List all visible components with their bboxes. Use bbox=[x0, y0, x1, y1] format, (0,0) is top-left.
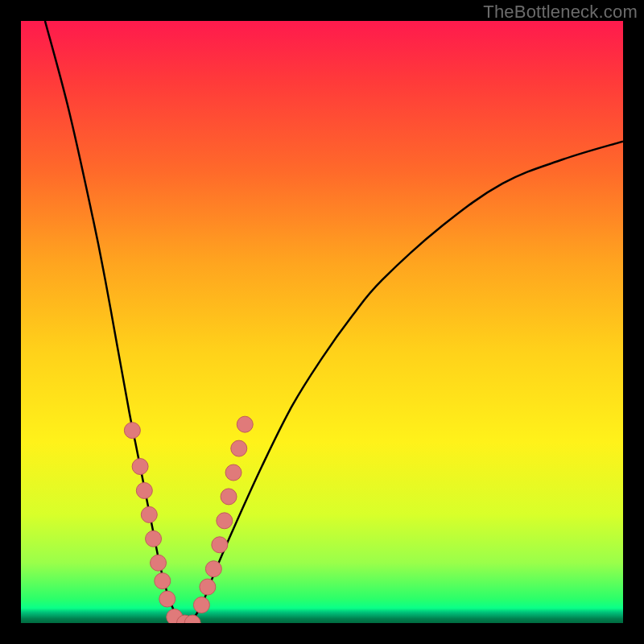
highlight-dot bbox=[212, 537, 228, 553]
highlight-dot bbox=[155, 573, 171, 589]
highlight-dot bbox=[193, 597, 209, 613]
bottleneck-curve bbox=[45, 21, 623, 623]
highlight-dot bbox=[146, 530, 162, 547]
highlight-dot bbox=[221, 489, 237, 505]
highlight-dot bbox=[159, 591, 175, 607]
highlight-dot bbox=[205, 561, 221, 577]
chart-canvas: TheBottleneck.com bbox=[0, 0, 644, 644]
highlight-dot bbox=[200, 579, 216, 595]
highlight-dot bbox=[141, 506, 157, 522]
highlight-dots bbox=[124, 416, 253, 623]
highlight-dot bbox=[217, 513, 233, 529]
curve-svg bbox=[21, 21, 623, 623]
highlight-dot bbox=[132, 459, 148, 475]
plot-area bbox=[21, 21, 623, 623]
highlight-dot bbox=[124, 423, 140, 439]
watermark-text: TheBottleneck.com bbox=[483, 2, 638, 23]
highlight-dot bbox=[237, 416, 253, 432]
highlight-dot bbox=[136, 482, 152, 498]
highlight-dot bbox=[225, 464, 242, 481]
highlight-dot bbox=[231, 440, 247, 456]
highlight-dot bbox=[151, 555, 167, 571]
